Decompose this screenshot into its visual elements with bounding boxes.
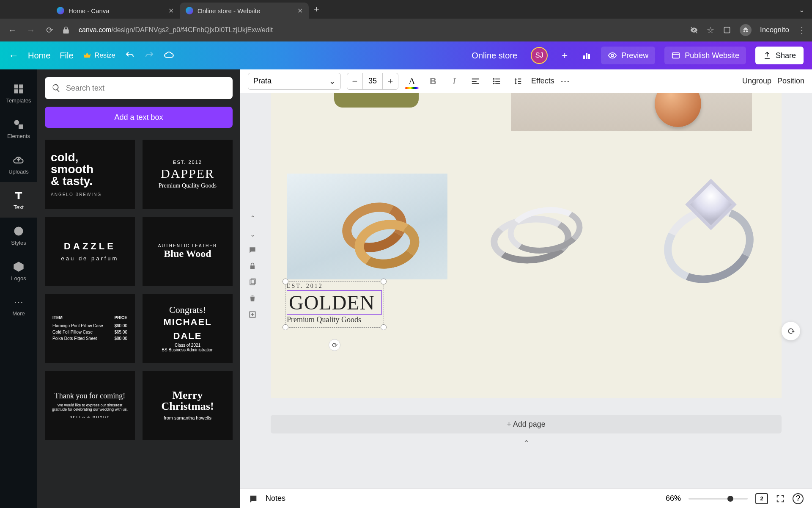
file-button[interactable]: File xyxy=(60,51,73,61)
share-button[interactable]: Share xyxy=(755,47,804,64)
resize-handle[interactable] xyxy=(381,324,387,330)
rail-templates[interactable]: Templates xyxy=(0,75,37,111)
notes-button[interactable]: Notes xyxy=(266,494,285,503)
effects-button[interactable]: Effects xyxy=(531,77,554,86)
text-template[interactable]: DAZZLE eau de parfum xyxy=(45,217,135,286)
browser-tab-home[interactable]: Home - Canva ✕ xyxy=(51,3,180,19)
canvas-area[interactable]: EST. 2012 GOLDEN Premium Quality Goods ⟳… xyxy=(240,93,812,489)
publish-button[interactable]: Publish Website xyxy=(664,47,746,64)
zoom-label[interactable]: 66% xyxy=(666,494,681,503)
url-display[interactable]: canva.com/design/DAFNVgs2_p0/f4CFnbQjxDi… xyxy=(79,26,684,34)
decrease-size-button[interactable]: − xyxy=(347,73,362,89)
fullscreen-button[interactable] xyxy=(776,494,785,503)
back-button[interactable]: ← xyxy=(6,24,19,36)
search-input[interactable] xyxy=(66,84,226,93)
tabs-overflow-icon[interactable]: ⌄ xyxy=(799,6,804,14)
svg-rect-19 xyxy=(495,81,500,82)
canva-favicon xyxy=(57,7,64,14)
preview-button[interactable]: Preview xyxy=(601,47,655,64)
home-button[interactable]: Home xyxy=(28,51,50,61)
zoom-thumb[interactable] xyxy=(727,496,733,502)
user-avatar[interactable]: SJ xyxy=(531,47,548,64)
forward-button[interactable]: → xyxy=(25,24,37,36)
text-sub[interactable]: Premium Quality Goods xyxy=(287,315,382,324)
add-collaborator-button[interactable]: + xyxy=(557,48,572,63)
text-main-editing[interactable]: GOLDEN xyxy=(287,290,382,315)
rail-uploads[interactable]: Uploads xyxy=(0,146,37,182)
font-size-value[interactable]: 35 xyxy=(362,73,383,89)
selected-text-group[interactable]: EST. 2012 GOLDEN Premium Quality Goods xyxy=(287,283,382,324)
back-to-home-icon[interactable]: ← xyxy=(8,50,19,61)
svg-rect-1 xyxy=(583,55,585,59)
rail-text[interactable]: Text xyxy=(0,182,37,218)
more-options-button[interactable]: ⋯ xyxy=(560,76,571,87)
reload-button[interactable]: ⟳ xyxy=(43,24,56,36)
image-silver-rings[interactable] xyxy=(474,199,592,267)
rail-styles[interactable]: Styles xyxy=(0,218,37,253)
image-gold-rings[interactable] xyxy=(287,174,447,279)
delete-button[interactable] xyxy=(246,292,259,305)
spacing-button[interactable] xyxy=(510,74,525,89)
italic-button[interactable]: I xyxy=(447,74,462,89)
alignment-button[interactable] xyxy=(468,74,483,89)
image-diamond-ring[interactable] xyxy=(642,169,760,288)
text-est[interactable]: EST. 2012 xyxy=(287,283,382,290)
extensions-icon[interactable] xyxy=(723,26,731,34)
text-template[interactable]: EST. 2012 DAPPER Premium Quality Goods xyxy=(143,140,233,209)
svg-rect-2 xyxy=(586,53,587,59)
duplicate-button[interactable] xyxy=(246,276,259,289)
close-icon[interactable]: ✕ xyxy=(168,7,174,15)
svg-rect-5 xyxy=(672,53,680,58)
help-button[interactable]: ? xyxy=(793,493,804,504)
text-template[interactable]: Thank you for coming! We would like to e… xyxy=(45,371,135,440)
page-down-button[interactable]: ⌄ xyxy=(246,228,259,240)
lock-button[interactable] xyxy=(246,260,259,273)
canva-topbar: ← Home File Resize Online store SJ + Pre… xyxy=(0,41,812,69)
design-page[interactable]: EST. 2012 GOLDEN Premium Quality Goods ⟳ xyxy=(271,93,782,398)
tracking-icon[interactable] xyxy=(690,26,698,34)
regenerate-fab[interactable] xyxy=(782,322,800,340)
position-button[interactable]: Position xyxy=(777,77,804,86)
increase-size-button[interactable]: + xyxy=(383,73,398,89)
browser-menu-icon[interactable]: ⋮ xyxy=(798,25,806,35)
ungroup-button[interactable]: Ungroup xyxy=(742,77,771,86)
text-template[interactable]: Merry Christmas! from samantha howells xyxy=(143,371,233,440)
image-coin[interactable] xyxy=(511,93,752,131)
browser-tab-design[interactable]: Online store - Website ✕ xyxy=(180,3,309,19)
rotate-handle[interactable]: ⟳ xyxy=(329,339,340,351)
list-button[interactable] xyxy=(489,74,504,89)
new-tab-button[interactable]: + xyxy=(309,4,324,15)
rail-logos[interactable]: Logos xyxy=(0,253,37,289)
text-template[interactable]: Congrats! MICHAEL DALE Class of 2021 BS … xyxy=(143,294,233,363)
text-color-button[interactable]: A xyxy=(404,74,420,89)
canva-favicon xyxy=(186,7,193,14)
close-icon[interactable]: ✕ xyxy=(297,7,303,15)
bookmark-icon[interactable]: ☆ xyxy=(707,25,714,35)
sync-status-icon[interactable] xyxy=(164,50,175,61)
rail-elements[interactable]: Elements xyxy=(0,111,37,146)
resize-handle[interactable] xyxy=(283,324,288,330)
document-title[interactable]: Online store xyxy=(472,51,517,61)
rail-more[interactable]: ⋯More xyxy=(0,289,37,324)
add-button[interactable] xyxy=(246,308,259,321)
text-template[interactable]: cold, smooth & tasty. ANGELO BREWING xyxy=(45,140,135,209)
search-text-field[interactable] xyxy=(45,77,233,99)
button-element[interactable] xyxy=(334,93,419,108)
font-family-select[interactable]: Prata ⌄ xyxy=(248,73,341,90)
undo-button[interactable] xyxy=(125,50,135,61)
page-up-button[interactable]: ⌃ xyxy=(246,212,259,224)
redo-button[interactable] xyxy=(144,50,154,61)
expand-pages-icon[interactable]: ⌃ xyxy=(523,439,529,448)
svg-rect-6 xyxy=(14,84,18,88)
zoom-slider[interactable] xyxy=(689,498,748,500)
comments-button[interactable] xyxy=(246,244,259,257)
insights-button[interactable] xyxy=(582,50,592,61)
page-count-badge[interactable]: 2 xyxy=(755,493,768,504)
svg-rect-8 xyxy=(14,89,18,93)
add-text-box-button[interactable]: Add a text box xyxy=(45,107,233,128)
resize-button[interactable]: Resize xyxy=(83,51,115,60)
text-template[interactable]: ITEMPRICE Flamingo Print Pillow Case$60.… xyxy=(45,294,135,363)
add-page-button[interactable]: + Add page xyxy=(271,415,782,433)
text-template[interactable]: AUTHENTIC LEATHER Blue Wood xyxy=(143,217,233,286)
bold-button[interactable]: B xyxy=(425,74,441,89)
